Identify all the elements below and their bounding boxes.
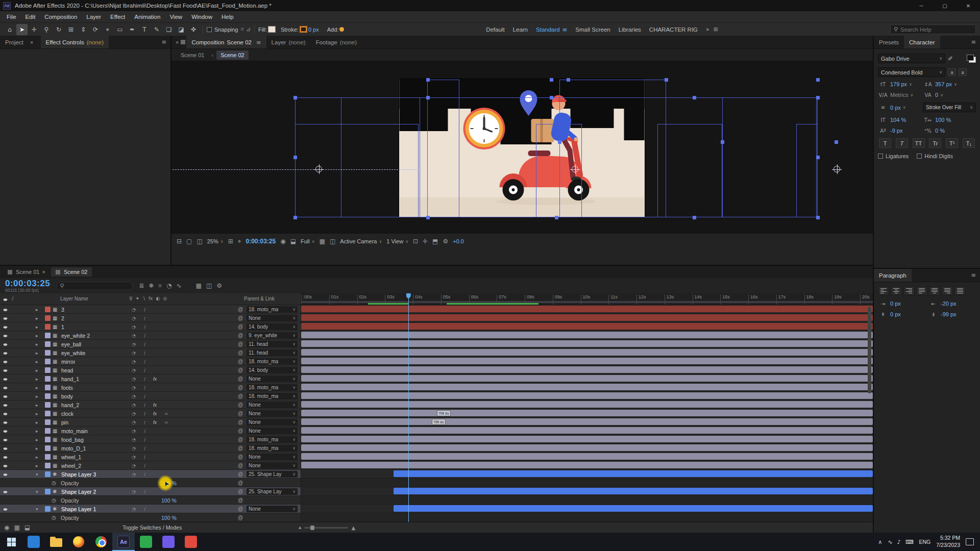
layer-quality-switch[interactable]: ◔ [132, 411, 136, 416]
leading-field[interactable]: ⇕A357 px∨ [923, 81, 976, 87]
indent-left-field[interactable]: ⇥0 px [878, 300, 925, 307]
layer-duration-bar[interactable] [301, 392, 873, 399]
selection-handle[interactable] [293, 96, 297, 99]
layer-expand-arrow[interactable]: ▸ [36, 446, 38, 451]
layer-marker-tag[interactable]: TR In [432, 419, 446, 425]
parent-link-select[interactable]: 11. head∨ [247, 341, 298, 347]
layer-name[interactable]: moto_main [61, 428, 88, 434]
clock-date[interactable]: 5:32 PM 7/23/2023 [936, 535, 960, 548]
layer-label-color[interactable] [45, 419, 51, 425]
layer-switch[interactable]: ∕ [144, 411, 145, 416]
layer-fx-badge[interactable]: fx [153, 411, 157, 416]
layer-visibility-toggle[interactable]: ● [3, 351, 8, 355]
snapshot-icon[interactable]: ⬓ [290, 238, 296, 245]
layer-switch[interactable]: ∕ [144, 472, 145, 477]
horizontal-scale-value[interactable]: 100 % [935, 117, 951, 123]
layer-row-left[interactable]: ●▸▦eye_ball◔∕@11. head∨ [0, 340, 301, 348]
timeline-option-icon[interactable]: ▦ [196, 282, 202, 289]
parent-link-select[interactable]: None∨ [247, 428, 298, 434]
layer-row-left[interactable]: ●▸▦moto_D_1◔∕@18. moto_ma∨ [0, 444, 301, 453]
layer-label-color[interactable] [45, 333, 51, 338]
layer-quality-switch[interactable]: ◔ [132, 307, 136, 312]
parent-link-select[interactable]: 18. moto_ma∨ [247, 393, 298, 399]
layer-switch[interactable]: ∕ [144, 385, 145, 390]
selection-handle[interactable] [693, 216, 696, 219]
layer-name[interactable]: 3 [61, 307, 64, 313]
composition-viewer[interactable]: ⊟▢◫ 25%∨ ⊞⌖ 0:00:03:25 ◉⬓ Full∨ ▦◫ Activ… [172, 61, 873, 249]
stroke-width-field[interactable]: ≡0 px∨ [878, 103, 920, 112]
taskbar-app-firefox[interactable] [67, 533, 90, 551]
timeline-option-icon[interactable]: ≣ [139, 282, 144, 289]
taskbar-app-file-explorer[interactable] [45, 533, 67, 551]
timeline-option-icon[interactable]: ⌗ [158, 282, 162, 289]
parent-link-select[interactable]: 18. moto_ma∨ [247, 358, 298, 365]
parent-pickwhip[interactable]: @ [238, 307, 243, 312]
layer-switch[interactable]: ∕ [144, 359, 145, 364]
fill-over-stroke-icon[interactable]: a [948, 68, 956, 76]
pen-tool[interactable]: ✒ [127, 24, 138, 35]
home-tool[interactable]: ⌂ [4, 24, 15, 35]
eraser-tool[interactable]: ◪ [176, 24, 187, 35]
layer-duration-bar[interactable] [301, 314, 873, 321]
font-size-field[interactable]: tT179 px∨ [878, 81, 920, 87]
parent-pickwhip[interactable]: @ [238, 471, 243, 477]
layer-fx-badge[interactable]: fx [153, 377, 157, 382]
zoom-in-icon[interactable]: ▲ [351, 525, 355, 531]
layer-row-left[interactable]: ●▾✱Shape Layer 3◔∕@25. Shape Lay∨ [0, 470, 301, 479]
tracking-field[interactable]: VA0∨ [923, 92, 976, 98]
panel-menu-icon[interactable]: ≡ [967, 269, 980, 282]
parent-pickwhip[interactable]: @ [238, 315, 243, 321]
layer-visibility-toggle[interactable]: ● [3, 368, 8, 372]
layer-expand-arrow[interactable]: ▸ [36, 394, 38, 399]
vertical-scale-value[interactable]: 104 % [890, 117, 906, 123]
layer-row-left[interactable]: ●▸▦food_bag◔∕@18. moto_ma∨ [0, 435, 301, 444]
selection-tool[interactable]: ➤ [16, 24, 28, 35]
layer-switch[interactable]: ∕ [144, 429, 145, 434]
layer-duration-bar[interactable] [301, 340, 873, 347]
tab-layer[interactable]: Layer (none) [266, 36, 311, 48]
snapping-checkbox[interactable] [207, 27, 212, 32]
clone-stamp-tool[interactable]: ❏ [163, 24, 175, 35]
taskbar-app-after-effects[interactable]: Ae [112, 533, 135, 551]
layer-switch[interactable]: ∕ [144, 333, 145, 338]
layer-duration-bar[interactable] [301, 332, 873, 338]
checkbox-box[interactable] [878, 154, 883, 159]
layer-expand-arrow[interactable]: ▾ [36, 507, 38, 512]
parent-pickwhip[interactable]: @ [238, 341, 243, 347]
tsume-field[interactable]: ᵃ%0 % [923, 128, 976, 134]
layer-expand-arrow[interactable]: ▸ [36, 463, 38, 468]
layer-duration-bar[interactable] [301, 306, 873, 312]
layer-name[interactable]: moto_D_1 [61, 445, 86, 452]
parent-pickwhip[interactable]: @ [238, 333, 243, 338]
layer-row-left[interactable]: ●▸▦3◔∕@18. moto_ma∨ [0, 305, 301, 314]
space-before-field[interactable]: ⇞0 px [878, 311, 925, 317]
layer-label-color[interactable] [45, 350, 51, 356]
tab-footage[interactable]: Footage (none) [311, 36, 362, 48]
parent-pickwhip[interactable]: @ [238, 437, 243, 442]
selection-handle[interactable] [816, 156, 820, 159]
layer-fx-badge[interactable]: fx [153, 420, 157, 425]
layer-label-color[interactable] [45, 454, 51, 460]
layer-duration-bar[interactable] [301, 427, 873, 434]
layer-name-column-header[interactable]: Layer Name [60, 296, 88, 302]
exposure-value[interactable]: +0.0 [453, 238, 464, 244]
taskbar-app-app-green[interactable] [135, 533, 157, 551]
layer-label-color[interactable] [45, 428, 51, 434]
layer-name[interactable]: hand_2 [61, 402, 79, 408]
magnification-select[interactable]: 25%∨ [207, 238, 224, 244]
viewer-option-icon[interactable]: ⬒ [432, 238, 438, 245]
layer-visibility-toggle[interactable]: ● [3, 325, 8, 329]
al-jright-button[interactable] [942, 286, 953, 295]
zoom-tool[interactable]: ⚲ [41, 24, 52, 35]
layer-duration-bar[interactable] [394, 488, 873, 494]
layer-expand-arrow[interactable]: ▸ [36, 377, 38, 382]
selection-handle[interactable] [693, 96, 696, 99]
layer-quality-switch[interactable]: ◔ [132, 316, 136, 321]
layer-row-left[interactable]: ●▾✱Shape Layer 2◔∕@25. Shape Lay∨ [0, 487, 301, 496]
parent-link-select[interactable]: None∨ [247, 315, 298, 321]
layer-name[interactable]: clock [61, 411, 74, 417]
tray-status-icon[interactable]: ♪ [897, 539, 901, 545]
faux-style-button[interactable]: T₁ [963, 138, 975, 148]
layer-expand-arrow[interactable]: ▸ [36, 316, 38, 321]
layer-row-left[interactable]: ●▸▦eye_white 2◔∕@9. eye_white∨ [0, 331, 301, 340]
